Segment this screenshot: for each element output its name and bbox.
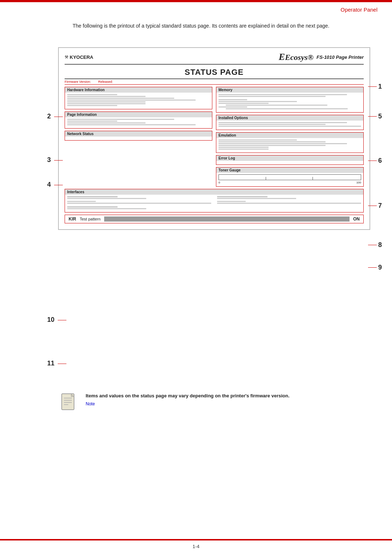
toner-tick-1 [266,177,266,180]
em-line-2 [219,141,326,142]
ecosys-logo-text: EEcosys® [279,52,314,62]
io-line-1 [219,122,347,123]
em-line-3 [219,143,347,144]
toner-gauge-title: Toner Gauge [216,167,363,173]
main-columns: Hardware Information Page Information [65,87,364,189]
firmware-row: Firmware Version: Released: [65,80,364,85]
network-status-section: Network Status [65,131,212,141]
installed-options-section: Installed Options [216,115,364,130]
callout-3: 3 [47,156,63,164]
callout-5: 5 [368,113,382,120]
hw-line-5 [67,101,146,102]
io-line-2 [219,124,326,125]
page-info-section: Page Information [65,112,212,129]
pi-line-3 [67,122,146,123]
toner-gauge-bar [219,174,361,180]
hw-line-2 [67,96,146,97]
mem-line-1 [219,94,347,95]
note-content: Items and values on the status page may … [86,392,290,406]
pi-line-2 [67,121,117,122]
mem-line-7 [219,106,247,108]
mem-line-8 [226,108,348,109]
status-page-diagram: ⚒ KYOCERA EEcosys® FS-1010 Page Printer … [58,47,370,230]
page-info-title: Page Information [65,112,212,117]
page-number: 1-4 [193,544,200,549]
model-label: FS-1010 Page Printer [317,54,364,60]
callout-11: 11 [47,360,66,367]
mem-line-6 [226,105,327,106]
toner-gauge-section: Toner Gauge 0 100 [216,167,364,187]
callout-7: 7 [368,202,382,210]
chapter-title: Operator Panel [340,7,377,13]
callout-9: 9 [368,264,382,271]
status-page-inner: ⚒ KYOCERA EEcosys® FS-1010 Page Printer … [58,48,370,230]
mem-line-4 [219,101,297,102]
em-line-4 [219,145,326,146]
em-line-5 [219,147,269,148]
bottom-decorative-bar [0,539,392,540]
note-bold-text: Items and values on the status page may … [86,393,290,398]
kyocera-icon: ⚒ [65,55,68,60]
hw-line-3 [67,98,174,99]
interfaces-right [217,196,361,210]
callout-2: 2 [47,113,63,120]
kyocera-label: KYOCERA [70,54,93,60]
intro-paragraph: The following is the printout of a typic… [73,22,356,30]
em-line-1 [219,139,297,141]
mem-line-3 [219,99,247,100]
ecosys-logo-group: EEcosys® FS-1010 Page Printer [279,52,364,62]
callout-10: 10 [47,316,66,324]
kyocera-logo: ⚒ KYOCERA [65,54,93,60]
callout-6: 6 [368,157,382,165]
error-log-title: Error Log [216,155,363,161]
note-icon [58,392,80,414]
toner-tick-2 [313,177,313,180]
kir-section: KIR Test pattern ON [65,215,364,223]
io-line-3 [219,126,361,127]
toner-min: 0 [219,181,220,184]
sp-header-row: ⚒ KYOCERA EEcosys® FS-1010 Page Printer [65,52,364,65]
toner-max: 100 [356,181,361,184]
mem-line-2 [219,96,326,97]
installed-options-title: Installed Options [216,115,363,121]
kir-pattern-label: Test pattern [80,217,101,221]
top-decorative-bar [0,0,392,2]
memory-section: Memory [216,87,364,113]
network-status-title: Network Status [65,131,212,137]
kir-value: ON [353,216,360,222]
callout-1: 1 [368,83,382,90]
status-page-title: STATUS PAGE [65,66,364,79]
note-label: Note [86,401,290,406]
pi-line-1 [67,119,174,120]
error-log-section: Error Log [216,155,364,165]
right-column: Memory Installe [216,87,364,189]
callout-8: 8 [368,241,382,249]
hw-line-1 [67,94,117,95]
left-column: Hardware Information Page Information [65,87,212,189]
emulation-section: Emulation [216,132,364,153]
released-label: Released: [98,80,113,84]
em-line-6 [219,149,269,150]
toner-gauge-markers: 0 100 [219,181,361,184]
hardware-info-title: Hardware Information [65,87,212,93]
hardware-info-section: Hardware Information [65,87,212,109]
hw-line-6 [67,103,146,104]
pi-line-4 [67,124,196,125]
interfaces-left [67,196,211,210]
hw-line-7 [67,105,117,106]
interfaces-section: Interfaces [65,189,364,212]
memory-title: Memory [216,87,363,93]
interfaces-title: Interfaces [65,189,363,195]
kir-pattern-bar [104,216,350,222]
interfaces-columns [67,196,361,210]
emulation-title: Emulation [216,133,363,138]
mem-line-5 [219,103,269,104]
note-section: Items and values on the status page may … [58,392,370,414]
kir-label: KIR [69,216,76,222]
hw-line-4 [67,100,196,101]
callout-4: 4 [47,181,63,189]
firmware-label: Firmware Version: [65,80,91,84]
